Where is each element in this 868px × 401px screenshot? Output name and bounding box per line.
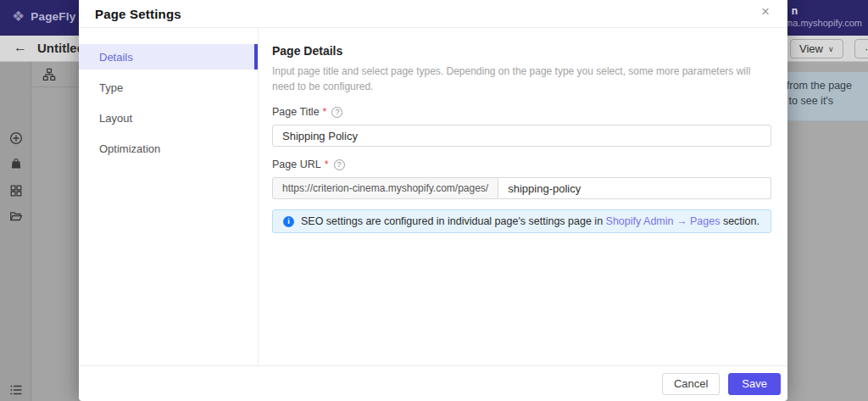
banner-text-fragment-1: t from the page [781, 80, 852, 92]
icon-sidebar [0, 62, 31, 401]
page-settings-modal: Page Settings × Details Type Layout Opti… [79, 0, 787, 401]
screen: ❖ PageFly D n ema.myshopify.com ← Untitl… [0, 0, 868, 401]
page-url-label-text: Page URL [272, 159, 321, 170]
more-button[interactable]: ··· [854, 39, 868, 58]
page-url-input[interactable] [498, 177, 771, 199]
modal-header: Page Settings × [79, 0, 787, 28]
banner-text-fragment-2: t to see it's [783, 95, 833, 107]
list-icon[interactable] [9, 383, 23, 397]
page-url-label: Page URL * ? [272, 159, 771, 170]
help-icon[interactable]: ? [331, 107, 342, 118]
nav-item-type[interactable]: Type [79, 75, 258, 100]
editor-page-title: Untitled [37, 41, 85, 55]
pagefly-logo-icon: ❖ [12, 9, 25, 24]
required-asterisk: * [323, 106, 327, 118]
pages-link[interactable]: Pages [690, 215, 720, 227]
section-heading: Page Details [272, 44, 771, 58]
modal-title: Page Settings [95, 7, 181, 21]
page-title-label-text: Page Title [272, 106, 320, 118]
modal-footer: Cancel Save [79, 365, 787, 401]
shop-name-fragment: n [792, 5, 798, 17]
modal-body: Details Type Layout Optimization Page De… [79, 28, 787, 365]
cancel-button[interactable]: Cancel [662, 373, 720, 395]
arrow-glyph: → [676, 215, 687, 227]
shop-domain-fragment: ema.myshopify.com [780, 18, 862, 28]
required-asterisk: * [325, 159, 329, 170]
apps-grid-icon[interactable] [9, 184, 23, 198]
pagefly-logo: ❖ PageFly D [12, 9, 87, 24]
seo-note-text: SEO settings are configured in individua… [301, 215, 760, 227]
add-element-icon[interactable] [9, 131, 23, 145]
view-button[interactable]: View ∨ [790, 39, 843, 58]
page-title-label: Page Title * ? [272, 106, 771, 118]
arrow-right-icon: → [673, 215, 689, 227]
section-description: Input page title and select page types. … [272, 64, 771, 94]
folder-open-icon[interactable] [9, 209, 23, 223]
view-button-label: View [799, 42, 823, 55]
shopify-admin-link[interactable]: Shopify Admin [606, 215, 674, 227]
shopify-icon[interactable] [9, 157, 23, 170]
seo-note-before: SEO settings are configured in individua… [301, 215, 606, 227]
url-prefix-addon: https://criterion-cinema.myshopify.com/p… [272, 177, 498, 199]
settings-content: Page Details Input page title and select… [259, 28, 787, 365]
page-url-group: https://criterion-cinema.myshopify.com/p… [272, 177, 771, 199]
help-icon[interactable]: ? [334, 159, 345, 170]
info-icon: i [283, 216, 294, 227]
nav-item-details[interactable]: Details [79, 44, 258, 70]
seo-note-after: section. [720, 215, 760, 227]
chevron-down-icon: ∨ [828, 45, 834, 53]
close-icon[interactable]: × [755, 2, 776, 22]
sitemap-icon[interactable] [42, 68, 56, 81]
nav-item-layout[interactable]: Layout [79, 105, 258, 131]
nav-item-optimization[interactable]: Optimization [79, 136, 258, 161]
seo-info-banner: i SEO settings are configured in individ… [272, 209, 771, 233]
page-title-input[interactable] [272, 125, 771, 147]
more-icon: ··· [865, 42, 868, 55]
save-button[interactable]: Save [728, 373, 781, 395]
settings-nav: Details Type Layout Optimization [79, 28, 259, 365]
back-arrow-icon[interactable]: ← [14, 40, 27, 55]
